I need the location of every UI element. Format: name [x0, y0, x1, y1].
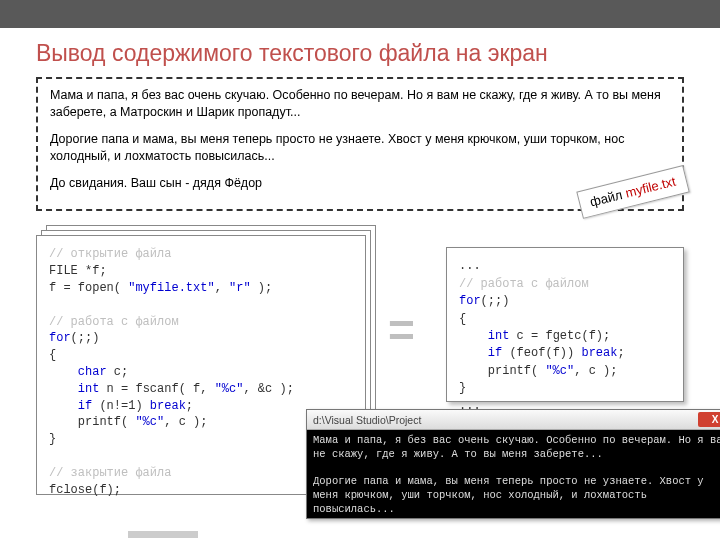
page-title: Вывод содержимого текстового файла на эк…	[0, 28, 720, 77]
console-line: Дорогие папа и мама, вы меня теперь прос…	[313, 475, 710, 514]
code-kw: if	[459, 346, 502, 360]
code-line: );	[251, 281, 273, 295]
code-comment: // работа с файлом	[49, 315, 179, 329]
top-bar	[0, 0, 720, 28]
code-line: ;	[186, 399, 193, 413]
code-line: fclose(f);	[49, 483, 121, 497]
code-line: f = fopen(	[49, 281, 128, 295]
file-label: файл myfile.txt	[577, 165, 690, 218]
code-line: }	[49, 432, 56, 446]
code-line: , c );	[574, 364, 617, 378]
code-string: "%c"	[545, 364, 574, 378]
code-kw: int	[49, 382, 99, 396]
console-titlebar: d:\Visual Studio\Project X	[307, 410, 720, 430]
code-line: ...	[459, 259, 481, 273]
code-line: n = fscanf( f,	[99, 382, 214, 396]
code-line: printf(	[49, 415, 135, 429]
close-icon[interactable]: X	[698, 412, 720, 427]
code-comment: // открытие файла	[49, 247, 171, 261]
code-line: }	[459, 381, 466, 395]
code-line: FILE *f;	[49, 264, 107, 278]
code-comment: // закрытие файла	[49, 466, 171, 480]
code-line: {	[49, 348, 56, 362]
file-label-prefix: файл	[589, 186, 628, 209]
file-name: myfile.txt	[624, 173, 677, 200]
code-string: "r"	[229, 281, 251, 295]
code-line: (;;)	[481, 294, 510, 308]
console-body: Мама и папа, я без вас очень скучаю. Осо…	[307, 430, 720, 518]
code-line: (;;)	[71, 331, 100, 345]
letter-p3: До свидания. Ваш сын - дядя Фёдор	[50, 175, 670, 192]
console-title-text: d:\Visual Studio\Project	[313, 414, 421, 426]
letter-p1: Мама и папа, я без вас очень скучаю. Осо…	[50, 87, 670, 121]
footer-decoration	[128, 531, 198, 538]
letter-box: Мама и папа, я без вас очень скучаю. Осо…	[36, 77, 684, 211]
code-kw: char	[49, 365, 107, 379]
equals-sign: =	[388, 303, 415, 357]
code-kw: int	[459, 329, 509, 343]
code-line: ,	[215, 281, 229, 295]
code-kw: for	[49, 331, 71, 345]
console-window: d:\Visual Studio\Project X Мама и папа, …	[306, 409, 720, 519]
code-comment: // работа с файлом	[459, 277, 589, 291]
code-string: "myfile.txt"	[128, 281, 214, 295]
code-kw: break	[150, 399, 186, 413]
code-line: , &c );	[243, 382, 293, 396]
code-line: {	[459, 312, 466, 326]
code-right: ... // работа с файлом for(;;) { int c =…	[446, 247, 684, 402]
code-kw: for	[459, 294, 481, 308]
code-kw: if	[49, 399, 92, 413]
code-string: "%c"	[135, 415, 164, 429]
code-line: c;	[107, 365, 129, 379]
console-line: Мама и папа, я без вас очень скучаю. Осо…	[313, 434, 720, 460]
code-line: (feof(f))	[502, 346, 581, 360]
code-line: (n!=1)	[92, 399, 150, 413]
code-line: ;	[617, 346, 624, 360]
code-line: c = fgetc(f);	[509, 329, 610, 343]
code-area: // открытие файла FILE *f; f = fopen( "m…	[36, 225, 684, 515]
code-line: printf(	[459, 364, 545, 378]
code-kw: break	[581, 346, 617, 360]
code-string: "%c"	[215, 382, 244, 396]
letter-p2: Дорогие папа и мама, вы меня теперь прос…	[50, 131, 670, 165]
code-line: , c );	[164, 415, 207, 429]
